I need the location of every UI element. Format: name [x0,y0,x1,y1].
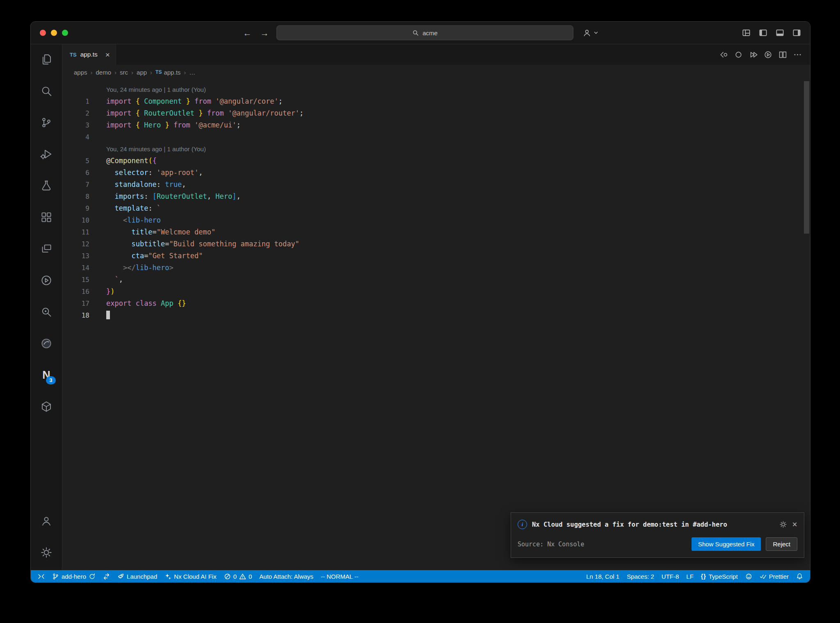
status-launchpad[interactable]: Launchpad [114,570,161,582]
account-menu-button[interactable] [582,28,599,37]
code-line-1[interactable]: 1import { Component } from '@angular/cor… [62,95,810,107]
line-number: 11 [62,226,89,238]
breadcrumb-item[interactable]: TSapp.ts [155,69,180,76]
activity-nx-console[interactable]: N3 [37,365,56,385]
breadcrumb-item[interactable]: apps [74,69,87,76]
code-line-13[interactable]: 13 cta="Get Started" [62,250,810,262]
status-eol[interactable]: LF [682,570,697,582]
status-cursor-position[interactable]: Ln 18, Col 1 [582,570,623,582]
code-line-18[interactable]: 18 [62,309,810,321]
minimize-window-button[interactable] [51,30,57,36]
notification-toast: i Nx Cloud suggested a fix for demo:test… [511,512,804,558]
code-line-17[interactable]: 17export class App {} [62,298,810,309]
code-line-14[interactable]: 14 ></lib-hero> [62,262,810,274]
editor[interactable]: You, 24 minutes ago | 1 author (You)1imp… [62,80,810,570]
code-line-2[interactable]: 2import { RouterOutlet } from '@angular/… [62,107,810,119]
activity-azure[interactable] [37,333,56,354]
activity-search[interactable] [37,81,56,101]
status-compare-status[interactable] [99,570,114,582]
toggle-secondary-sidebar-button[interactable] [792,29,801,37]
notification-close-icon[interactable]: × [792,520,797,529]
breadcrumb-item[interactable]: app [137,69,147,76]
command-center-search[interactable]: acme [276,25,573,40]
toggle-panel-button[interactable] [776,29,784,37]
code-line-3[interactable]: 3import { Hero } from '@acme/ui'; [62,119,810,131]
breadcrumb-separator: › [131,69,133,76]
activity-settings[interactable] [37,542,56,563]
blame-annotation[interactable]: You, 24 minutes ago | 1 author (You) [62,143,810,155]
command-center-group: ← → acme [242,25,599,40]
code-line-9[interactable]: 9 template: ` [62,202,810,214]
close-window-button[interactable] [40,30,46,36]
scrollbar-thumb[interactable] [804,81,809,234]
window-controls [40,30,68,36]
panel-right-icon [792,29,801,37]
search-dot-icon [40,306,52,318]
line-number: 12 [62,238,89,250]
status-problems[interactable]: 00 [220,570,256,582]
activity-accounts[interactable] [37,511,56,531]
status-git-branch[interactable]: add-hero [48,570,99,582]
split-editor-button[interactable] [778,50,787,59]
line-number [62,143,89,155]
reject-button[interactable]: Reject [766,537,797,551]
code-line-10[interactable]: 10 <lib-hero [62,214,810,226]
code-line-15[interactable]: 15 `, [62,274,810,286]
check-double-icon [760,573,767,580]
status-nx-cloud-ai-fix[interactable]: Nx Cloud AI Fix [161,570,220,582]
bell-icon [796,573,803,580]
status-vim-mode[interactable]: -- NORMAL -- [317,570,362,582]
search-icon [412,30,419,36]
code-line-16[interactable]: 16}) [62,286,810,298]
status-feedback[interactable] [742,570,756,582]
activity-code-runner[interactable] [37,270,56,291]
customize-layout-button[interactable] [742,29,751,37]
code-line-4[interactable]: 4 [62,131,810,143]
play-circle-icon [40,274,52,286]
zoom-window-button[interactable] [62,30,68,36]
show-suggested-fix-button[interactable]: Show Suggested Fix [692,537,761,551]
breadcrumb-item[interactable]: demo [96,69,112,76]
notification-settings-icon[interactable] [779,521,787,528]
activity-source-control[interactable] [37,112,56,133]
status-indentation[interactable]: Spaces: 2 [623,570,658,582]
close-tab-button[interactable]: × [105,51,110,59]
activity-containers[interactable] [37,396,56,417]
tab-app-ts[interactable]: TS app.ts × [62,44,116,65]
cube-icon [40,400,52,413]
breadcrumb-separator: › [184,69,186,76]
code-line-7[interactable]: 7 standalone: true, [62,179,810,191]
status-notifications-bell[interactable] [792,570,807,582]
activity-search-editor[interactable] [37,302,56,322]
status-auto-attach[interactable]: Auto Attach: Always [256,570,317,582]
run-button[interactable] [764,50,772,59]
activity-explorer[interactable] [37,49,56,70]
activity-remote-explorer[interactable] [37,239,56,259]
code-line-11[interactable]: 11 title="Welcmoe demo" [62,226,810,238]
code-line-8[interactable]: 8 imports: [RouterOutlet, Hero], [62,191,810,202]
code-line-5[interactable]: 5@Component({ [62,155,810,167]
more-actions-button[interactable] [793,50,802,59]
line-number: 4 [62,131,89,143]
open-changes-button[interactable] [719,50,728,59]
navigate-forward-button[interactable]: → [259,29,270,37]
gear-icon [40,546,52,559]
blame-annotation[interactable]: You, 24 minutes ago | 1 author (You) [62,84,810,95]
run-all-button[interactable] [749,50,758,59]
status-remote-indicator[interactable] [34,570,48,582]
activity-extensions[interactable] [37,207,56,227]
code-line-12[interactable]: 12 subtitle="Build something amazing tod… [62,238,810,250]
line-number: 7 [62,179,89,191]
activity-testing[interactable] [37,175,56,196]
code-line-6[interactable]: 6 selector: 'app-root', [62,167,810,179]
circle-outline-button[interactable] [734,50,743,59]
status-encoding[interactable]: UTF-8 [658,570,683,582]
toggle-primary-sidebar-button[interactable] [759,29,767,37]
status-language-mode[interactable]: {}TypeScript [697,570,742,582]
breadcrumb-item[interactable]: … [189,69,195,76]
titlebar: ← → acme [31,22,810,44]
status-prettier[interactable]: Prettier [756,570,792,582]
breadcrumb-item[interactable]: src [120,69,128,76]
activity-run-debug[interactable] [37,144,56,164]
navigate-back-button[interactable]: ← [242,29,253,37]
